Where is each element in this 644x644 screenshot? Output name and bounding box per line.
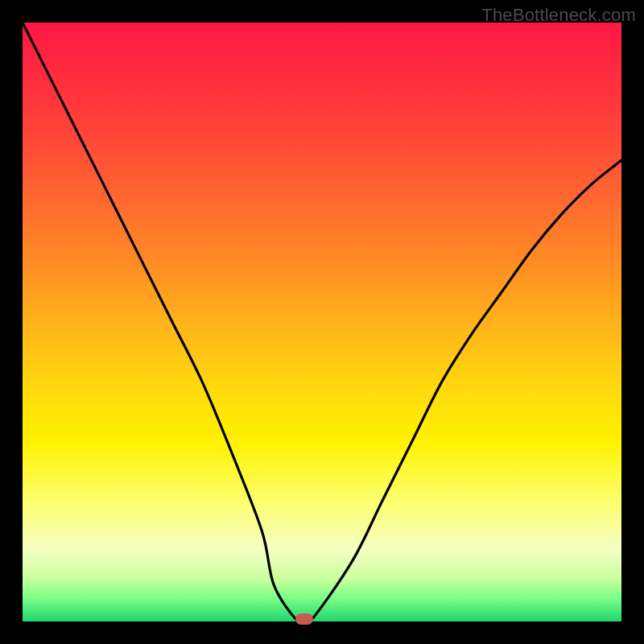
bottleneck-curve xyxy=(23,23,621,621)
optimum-marker xyxy=(295,613,313,625)
chart-frame: TheBottleneck.com xyxy=(0,0,644,644)
plot-area xyxy=(23,23,621,621)
